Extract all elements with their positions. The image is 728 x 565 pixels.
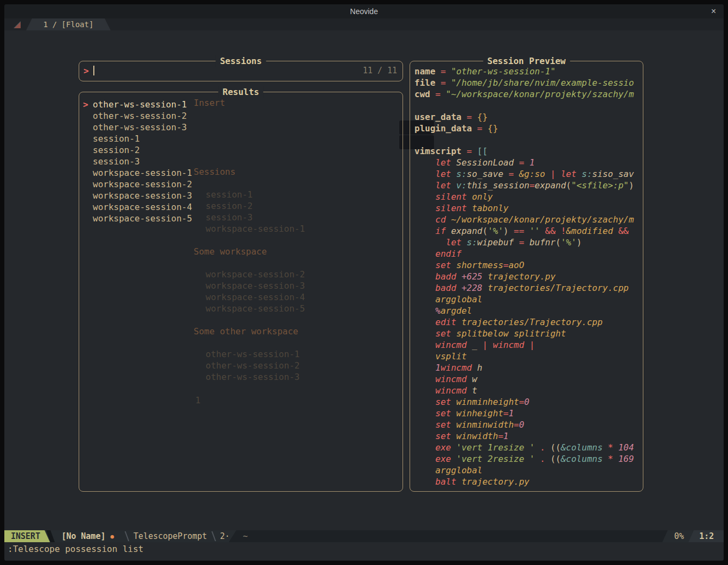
- text-cursor: [93, 66, 94, 75]
- session-name: other-ws-session-2: [93, 110, 187, 122]
- selection-caret: [83, 110, 93, 122]
- selection-caret: [83, 190, 93, 201]
- preview-line: let SessionLoad = 1: [414, 157, 643, 168]
- selection-caret: [83, 167, 93, 179]
- preview-line: [414, 100, 643, 111]
- prompt-caret: >: [84, 66, 93, 76]
- preview-line: silent tabonly: [414, 202, 643, 214]
- list-item[interactable]: workspace-session-4: [79, 201, 403, 213]
- selection-caret: [83, 156, 93, 167]
- selection-caret: [83, 122, 93, 133]
- command-line-text: :Telescope possession list: [8, 544, 143, 554]
- preview-line: name = "other-ws-session-1": [414, 66, 643, 77]
- home-indicator: ~: [243, 531, 248, 541]
- results-title: Results: [218, 86, 263, 98]
- preview-line: %argdel: [414, 305, 643, 316]
- list-item[interactable]: workspace-session-5: [79, 213, 403, 224]
- list-item[interactable]: >other-ws-session-1: [79, 99, 403, 110]
- preview-window: Session Preview name = "other-ws-session…: [410, 61, 643, 492]
- preview-line: vimscript = [[: [414, 145, 643, 157]
- window-titlebar: Neovide ×: [4, 4, 724, 18]
- session-name: other-ws-session-1: [93, 99, 187, 110]
- preview-line: badd +625 trajectory.py: [414, 271, 643, 282]
- preview-line: wincmd t: [414, 385, 643, 396]
- preview-line: vsplit: [414, 351, 643, 362]
- selection-caret: [83, 201, 93, 213]
- statusline-separator: [211, 531, 216, 541]
- command-line: :Telescope possession list: [4, 542, 724, 561]
- session-name: workspace-session-4: [93, 201, 192, 213]
- preview-line: set shortmess=aoO: [414, 259, 643, 271]
- sessions-prompt-window: Sessions > 11 / 11: [79, 61, 403, 81]
- preview-line: edit trajectories/Trajectory.cpp: [414, 316, 643, 328]
- prompt-title: Sessions: [215, 55, 266, 67]
- list-item[interactable]: other-ws-session-3: [79, 122, 403, 133]
- preview-line: let s:so_save = &g:so | let s:siso_sav: [414, 168, 643, 180]
- session-name: session-1: [93, 133, 140, 144]
- session-name: session-3: [93, 156, 140, 167]
- statusline: INSERT [No Name] ● TelescopePrompt 2· ~ …: [4, 530, 724, 542]
- tab-float[interactable]: 1 / [Float]: [26, 18, 111, 30]
- window-close-button[interactable]: ×: [711, 4, 716, 18]
- list-item[interactable]: session-1: [79, 133, 403, 144]
- statusline-fill: ~: [229, 530, 668, 542]
- window-title: Neovide: [350, 7, 378, 16]
- preview-line: file = "/home/jb/share/nvim/example-sess…: [414, 77, 643, 88]
- preview-line: wincmd _ | wincmd |: [414, 339, 643, 351]
- session-name: workspace-session-5: [93, 213, 192, 224]
- preview-line: plugin_data = {}: [414, 123, 643, 134]
- mode-indicator: INSERT: [4, 530, 50, 542]
- tabline: 1 / [Float]: [4, 18, 724, 30]
- preview-line: user_data = {}: [414, 111, 643, 123]
- list-item[interactable]: workspace-session-1: [79, 167, 403, 179]
- list-item[interactable]: session-3: [79, 156, 403, 167]
- cursor-position: 1:2: [688, 530, 724, 542]
- modified-dot-icon: ●: [110, 533, 114, 540]
- results-window: Results >other-ws-session-1other-ws-sess…: [79, 92, 403, 492]
- preview-line: if expand('%') == '' && !&modified &&: [414, 225, 643, 237]
- preview-line: balt trajectory.py: [414, 476, 643, 487]
- list-item[interactable]: workspace-session-3: [79, 190, 403, 201]
- preview-line: badd +228 trajectories/Trajectory.cpp: [414, 282, 643, 294]
- result-counter: 11 / 11: [363, 66, 397, 75]
- preview-line: wincmd w: [414, 373, 643, 385]
- preview-line: cwd = "~/workspace/konar/projekty/szachy…: [414, 88, 643, 100]
- selection-caret: [83, 144, 93, 156]
- preview-content: name = "other-ws-session-1"file = "/home…: [410, 61, 643, 491]
- preview-line: [414, 134, 643, 145]
- tabline-icon: [14, 21, 21, 28]
- preview-line: endif: [414, 248, 643, 259]
- file-segment: [No Name] ●: [53, 530, 120, 542]
- preview-line: cd ~/workspace/konar/projekty/szachy/m: [414, 214, 643, 225]
- list-item[interactable]: workspace-session-2: [79, 179, 403, 190]
- preview-line: exe 'vert 1resize ' . ((&columns * 104: [414, 442, 643, 453]
- list-item[interactable]: session-2: [79, 144, 403, 156]
- session-name: workspace-session-1: [93, 167, 192, 179]
- preview-line: 1wincmd h: [414, 362, 643, 373]
- preview-line: silent only: [414, 191, 643, 202]
- preview-line: argglobal: [414, 465, 643, 476]
- selection-caret: [83, 133, 93, 144]
- preview-line: set winminwidth=0: [414, 419, 643, 430]
- filetype-segment: TelescopePrompt: [133, 530, 207, 542]
- close-icon: ×: [711, 7, 716, 16]
- preview-title: Session Preview: [483, 55, 570, 67]
- preview-line: set winheight=1: [414, 408, 643, 419]
- results-list: >other-ws-session-1other-ws-session-2oth…: [79, 92, 403, 224]
- selection-caret: [83, 213, 93, 224]
- session-name: other-ws-session-3: [93, 122, 187, 133]
- selection-caret: >: [83, 99, 93, 110]
- preview-line: let s:wipebuf = bufnr('%'): [414, 237, 643, 248]
- preview-line: set winwidth=1: [414, 430, 643, 442]
- session-name: workspace-session-2: [93, 179, 192, 190]
- preview-line: set winminheight=0: [414, 396, 643, 408]
- statusline-separator: [125, 531, 130, 541]
- list-item[interactable]: other-ws-session-2: [79, 110, 403, 122]
- session-name: workspace-session-3: [93, 190, 192, 201]
- selection-caret: [83, 179, 93, 190]
- preview-line: argglobal: [414, 294, 643, 305]
- preview-line: exe 'vert 2resize ' . ((&columns * 169: [414, 453, 643, 465]
- window-number: 2·: [220, 530, 230, 542]
- tab-label: 1 / [Float]: [43, 20, 94, 29]
- preview-line: set splitbelow splitright: [414, 328, 643, 339]
